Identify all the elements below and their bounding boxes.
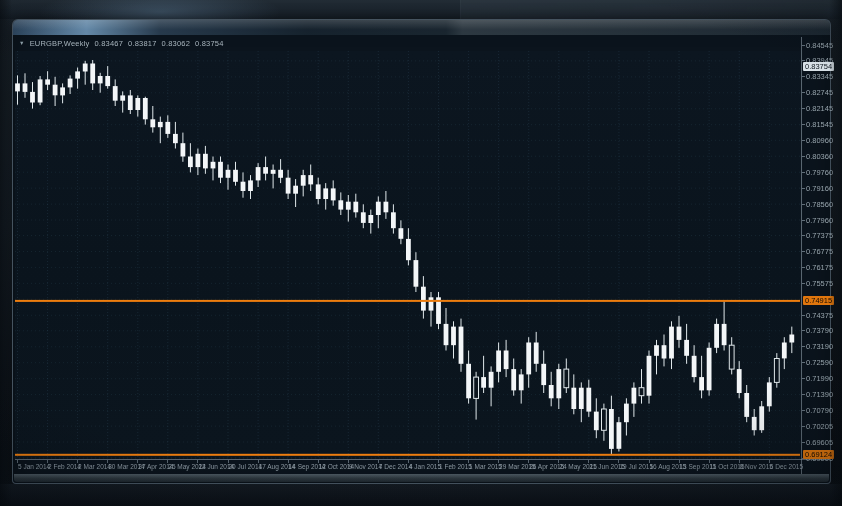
candle — [293, 179, 298, 207]
candle — [368, 210, 373, 234]
price-tick — [802, 108, 805, 109]
date-label: 9 Nov 2014 — [349, 463, 382, 471]
candle — [376, 196, 381, 228]
price-tick — [802, 315, 805, 316]
price-label: 0.82145 — [806, 104, 833, 113]
candle — [248, 175, 253, 199]
candle — [571, 374, 576, 414]
ohlc-low: 0.83062 — [162, 38, 191, 49]
candle — [774, 353, 779, 388]
candlestick-chart-svg — [15, 51, 800, 459]
price-label: 0.77960 — [806, 216, 833, 225]
price-label: 0.73790 — [806, 326, 833, 335]
candle — [181, 133, 186, 162]
candle — [504, 340, 509, 377]
candle — [150, 106, 155, 133]
date-label: 1 Feb 2015 — [439, 463, 472, 471]
price-tick — [802, 45, 805, 46]
price-tick — [802, 378, 805, 379]
date-label: 5 Jan 2014 — [18, 463, 50, 471]
price-label: 0.81545 — [806, 120, 833, 129]
candle — [564, 359, 569, 394]
candle — [203, 146, 208, 174]
candle — [196, 149, 201, 176]
collapse-arrow-icon[interactable]: ▼ — [19, 38, 25, 49]
candle — [662, 335, 667, 367]
candle — [353, 194, 358, 218]
ohlc-close: 0.83754 — [195, 38, 224, 49]
price-tick — [802, 188, 805, 189]
candle — [278, 159, 283, 183]
price-tick — [802, 172, 805, 173]
candle — [218, 157, 223, 184]
candle — [632, 382, 637, 417]
date-label: 8 Nov 2015 — [740, 463, 773, 471]
candle — [466, 351, 471, 404]
candle — [113, 79, 118, 106]
horizontal-line[interactable] — [15, 300, 800, 302]
candle — [714, 319, 719, 354]
price-tick — [802, 156, 805, 157]
candle — [68, 75, 73, 94]
price-label: 0.83345 — [806, 72, 833, 81]
price-tick — [802, 426, 805, 427]
candle — [384, 191, 389, 219]
price-label: 0.82745 — [806, 88, 833, 97]
price-tick — [802, 124, 805, 125]
price-tick — [802, 283, 805, 284]
price-label: 0.69605 — [806, 438, 833, 447]
candle — [83, 61, 88, 85]
ohlc-open: 0.83467 — [95, 38, 124, 49]
price-tick — [802, 235, 805, 236]
current-price-box: 0.83754 — [803, 62, 834, 71]
price-tick — [802, 92, 805, 93]
price-axis[interactable]: 0.845450.839450.833450.827450.821450.815… — [801, 37, 830, 474]
candle — [549, 372, 554, 407]
candle — [737, 361, 742, 398]
candle — [556, 364, 561, 409]
background-seam — [460, 0, 842, 19]
candle — [53, 77, 58, 106]
candle — [399, 220, 404, 244]
candle — [241, 172, 246, 197]
price-label: 0.80960 — [806, 136, 833, 145]
horizontal-line[interactable] — [15, 454, 800, 456]
candle — [188, 143, 193, 172]
candle — [444, 308, 449, 351]
candle — [316, 178, 321, 205]
candle — [579, 382, 584, 422]
candle — [414, 252, 419, 292]
candle — [173, 122, 178, 149]
price-label: 0.70205 — [806, 422, 833, 431]
chart-titlebar: ▼ EURGBP,Weekly 0.83467 0.83817 0.83062 … — [19, 38, 224, 49]
candle — [436, 292, 441, 329]
candle — [639, 369, 644, 404]
price-tick — [802, 346, 805, 347]
candlestick-plot-area[interactable] — [15, 51, 800, 459]
candle — [586, 380, 591, 417]
candle — [346, 195, 351, 222]
price-tick — [802, 251, 805, 252]
price-tick — [802, 76, 805, 77]
date-label: 6 Dec 2015 — [770, 463, 803, 471]
candle — [391, 204, 396, 233]
candle — [323, 183, 328, 210]
candle — [519, 369, 524, 404]
candle — [233, 162, 238, 186]
time-axis[interactable]: 5 Jan 20142 Feb 20142 Mar 201430 Mar 201… — [15, 459, 830, 475]
price-label: 0.79160 — [806, 184, 833, 193]
date-label: 4 Jan 2015 — [409, 463, 441, 471]
candle — [489, 366, 494, 406]
price-label: 0.79760 — [806, 168, 833, 177]
candle — [263, 157, 268, 181]
candle — [541, 351, 546, 394]
hline-price-label[interactable]: 0.69124 — [803, 450, 834, 459]
candle — [211, 157, 216, 181]
date-label: 2 Mar 2014 — [78, 463, 111, 471]
price-label: 0.75575 — [806, 279, 833, 288]
hline-price-label[interactable]: 0.74915 — [803, 296, 834, 305]
candle — [594, 398, 599, 438]
candle — [308, 165, 313, 192]
candle — [496, 343, 501, 383]
price-label: 0.77375 — [806, 231, 833, 240]
